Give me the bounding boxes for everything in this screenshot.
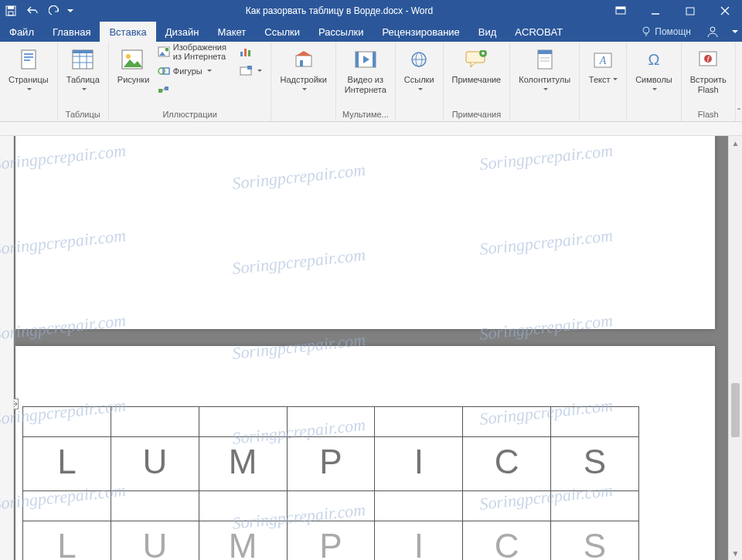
table-row[interactable] (23, 407, 639, 437)
ribbon-display-icon (615, 6, 626, 15)
undo-button[interactable] (22, 0, 43, 22)
table-cell[interactable]: M (199, 521, 287, 561)
pictures-button[interactable]: Рисунки (114, 43, 151, 86)
svg-rect-36 (296, 56, 311, 66)
svg-rect-16 (24, 59, 30, 61)
svg-rect-37 (300, 60, 303, 66)
svg-rect-49 (538, 50, 552, 54)
pages-button[interactable]: Страницы (5, 43, 53, 96)
tab-insert[interactable]: Вставка (100, 22, 155, 42)
scrollbar-thumb[interactable] (731, 383, 740, 437)
table-cell[interactable]: I (375, 437, 463, 491)
table-button[interactable]: Таблица (63, 43, 104, 96)
scroll-down-button[interactable]: ▼ (729, 546, 742, 560)
smartart-button[interactable] (154, 82, 233, 99)
chart-icon (240, 46, 252, 57)
tab-review[interactable]: Рецензирование (373, 22, 468, 42)
table-cell[interactable] (287, 491, 375, 521)
tab-references[interactable]: Ссылки (255, 22, 309, 42)
table-row[interactable]: L U M P I C S (23, 437, 639, 491)
tab-file[interactable]: Файл (0, 22, 43, 42)
svg-rect-1 (8, 6, 14, 9)
horizontal-ruler[interactable] (0, 122, 742, 136)
table-cell[interactable]: S (551, 437, 639, 491)
svg-rect-31 (240, 52, 243, 56)
tab-acrobat[interactable]: ACROBAT (505, 22, 572, 42)
group-symbols: Ω Символы (627, 42, 682, 121)
table-cell[interactable] (551, 407, 639, 437)
qat-customize-button[interactable] (65, 0, 76, 22)
table-cell[interactable] (23, 491, 111, 521)
table-cell[interactable]: U (111, 437, 199, 491)
group-headerfooter: Колонтитулы (510, 42, 580, 121)
table-cell[interactable]: M (199, 437, 287, 491)
table-cell[interactable] (111, 407, 199, 437)
chevron-down-icon (732, 30, 738, 36)
table-row[interactable]: L U M P I C S (23, 521, 639, 561)
symbols-button[interactable]: Ω Символы (631, 43, 676, 96)
table-cell[interactable]: P (287, 521, 375, 561)
tab-view[interactable]: Вид (469, 22, 506, 42)
ribbon-options-button[interactable] (603, 0, 638, 22)
table-cell[interactable] (287, 407, 375, 437)
tab-home[interactable]: Главная (43, 22, 100, 42)
chart-button[interactable] (236, 43, 266, 60)
links-button[interactable]: Ссылки (400, 43, 438, 96)
page-icon (20, 49, 37, 70)
table-cell[interactable] (463, 491, 551, 521)
table-cell[interactable] (111, 491, 199, 521)
comment-button[interactable]: Примечание (448, 43, 505, 86)
table-cell[interactable]: L (23, 521, 111, 561)
table-cell[interactable]: U (111, 521, 199, 561)
table-cell[interactable] (375, 407, 463, 437)
document-table[interactable]: L U M P I C S L U M P I C S (22, 406, 639, 560)
group-label-comments: Примечания (448, 109, 505, 121)
scroll-up-button[interactable]: ▲ (729, 136, 742, 150)
svg-text:Ω: Ω (648, 51, 659, 68)
screenshot-button[interactable] (236, 63, 266, 80)
share-button[interactable] (697, 22, 728, 42)
collapse-ribbon-button[interactable]: ˆ (736, 42, 742, 121)
maximize-button[interactable] (672, 0, 707, 22)
table-cell[interactable]: I (375, 521, 463, 561)
online-pictures-button[interactable]: Изображения из Интернета (154, 43, 233, 60)
online-pictures-label: Изображения из Интернета (173, 42, 230, 61)
tell-me-search[interactable]: Помощн (635, 26, 697, 37)
table-cell[interactable] (375, 491, 463, 521)
page-previous[interactable] (15, 136, 715, 329)
table-cell[interactable] (463, 407, 551, 437)
addins-button[interactable]: Надстройки (276, 43, 330, 96)
share-menu-button[interactable] (728, 22, 742, 42)
table-cell[interactable]: P (287, 437, 375, 491)
tab-design[interactable]: Дизайн (156, 22, 209, 42)
text-button[interactable]: A Текст (584, 43, 621, 86)
tab-mailings[interactable]: Рассылки (309, 22, 373, 42)
table-row[interactable] (23, 491, 639, 521)
tab-layout[interactable]: Макет (208, 22, 255, 42)
headerfooter-button[interactable]: Колонтитулы (515, 43, 574, 96)
online-video-button[interactable]: Видео из Интернета (341, 43, 390, 96)
lightbulb-icon (641, 26, 652, 37)
header-icon (536, 49, 553, 70)
table-cell[interactable] (199, 491, 287, 521)
table-cell[interactable] (23, 407, 111, 437)
minimize-button[interactable] (638, 0, 672, 22)
redo-button[interactable] (43, 0, 65, 22)
table-cell[interactable] (199, 407, 287, 437)
shapes-button[interactable]: Фигуры (154, 63, 233, 80)
table-cell[interactable]: C (463, 521, 551, 561)
group-links: Ссылки (396, 42, 444, 121)
vertical-ruler[interactable] (0, 136, 14, 560)
table-cell[interactable] (551, 491, 639, 521)
flash-button[interactable]: f Встроить Flash (686, 43, 730, 96)
save-button[interactable] (0, 0, 22, 22)
table-cell[interactable]: S (551, 521, 639, 561)
table-cell[interactable]: L (23, 437, 111, 491)
text-label: Текст (588, 75, 618, 85)
close-button[interactable] (707, 0, 742, 22)
svg-rect-35 (247, 66, 252, 70)
illustrations-stack2 (236, 43, 266, 80)
table-cell[interactable]: C (463, 437, 551, 491)
svg-rect-15 (24, 56, 33, 58)
vertical-scrollbar[interactable]: ▲ ▼ (728, 136, 742, 560)
